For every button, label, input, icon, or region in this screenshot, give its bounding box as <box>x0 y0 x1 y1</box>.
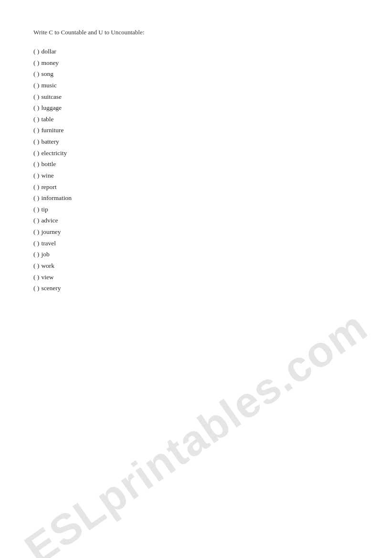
list-item: ( )dollar <box>33 46 359 57</box>
list-item: ( )table <box>33 114 359 125</box>
word-label: bottle <box>41 158 56 170</box>
word-label: song <box>41 68 53 80</box>
list-item: ( )job <box>33 249 359 260</box>
answer-bracket[interactable]: ( ) <box>33 102 39 114</box>
list-item: ( )work <box>33 260 359 272</box>
list-item: ( )money <box>33 57 359 69</box>
word-label: music <box>41 80 56 91</box>
word-label: luggage <box>41 102 62 114</box>
answer-bracket[interactable]: ( ) <box>33 283 39 294</box>
answer-bracket[interactable]: ( ) <box>33 170 39 181</box>
list-item: ( )music <box>33 80 359 91</box>
word-label: dollar <box>41 46 56 57</box>
word-label: wine <box>41 170 53 181</box>
answer-bracket[interactable]: ( ) <box>33 46 39 57</box>
list-item: ( )report <box>33 181 359 193</box>
word-label: job <box>41 249 49 260</box>
word-label: table <box>41 114 53 125</box>
word-list: ( )dollar( )money( )song( )music( )suitc… <box>33 46 359 294</box>
list-item: ( )view <box>33 272 359 283</box>
word-label: information <box>41 192 72 204</box>
answer-bracket[interactable]: ( ) <box>33 125 39 136</box>
answer-bracket[interactable]: ( ) <box>33 272 39 283</box>
list-item: ( )bottle <box>33 158 359 170</box>
list-item: ( )luggage <box>33 102 359 114</box>
answer-bracket[interactable]: ( ) <box>33 192 39 204</box>
list-item: ( )advice <box>33 215 359 226</box>
list-item: ( )furniture <box>33 125 359 136</box>
answer-bracket[interactable]: ( ) <box>33 80 39 91</box>
list-item: ( )scenery <box>33 283 359 294</box>
page: Write C to Countable and U to Uncountabl… <box>0 0 392 558</box>
word-label: tip <box>41 204 48 215</box>
word-label: furniture <box>41 125 64 136</box>
answer-bracket[interactable]: ( ) <box>33 158 39 170</box>
word-label: work <box>41 260 54 272</box>
answer-bracket[interactable]: ( ) <box>33 147 39 159</box>
word-label: advice <box>41 215 58 226</box>
list-item: ( )song <box>33 68 359 80</box>
answer-bracket[interactable]: ( ) <box>33 91 39 103</box>
word-label: journey <box>41 226 61 238</box>
answer-bracket[interactable]: ( ) <box>33 260 39 272</box>
word-label: battery <box>41 136 59 147</box>
word-label: travel <box>41 238 56 249</box>
list-item: ( )tip <box>33 204 359 215</box>
list-item: ( )wine <box>33 170 359 181</box>
word-label: report <box>41 181 56 193</box>
answer-bracket[interactable]: ( ) <box>33 204 39 215</box>
word-label: scenery <box>41 283 61 294</box>
answer-bracket[interactable]: ( ) <box>33 249 39 260</box>
word-label: electricity <box>41 147 67 159</box>
answer-bracket[interactable]: ( ) <box>33 181 39 193</box>
word-label: money <box>41 57 59 69</box>
answer-bracket[interactable]: ( ) <box>33 114 39 125</box>
answer-bracket[interactable]: ( ) <box>33 136 39 147</box>
list-item: ( )information <box>33 192 359 204</box>
list-item: ( )battery <box>33 136 359 147</box>
answer-bracket[interactable]: ( ) <box>33 68 39 80</box>
list-item: ( )electricity <box>33 147 359 159</box>
list-item: ( )travel <box>33 238 359 249</box>
watermark: ESLprintables.com <box>16 302 376 558</box>
list-item: ( )journey <box>33 226 359 238</box>
instruction-text: Write C to Countable and U to Uncountabl… <box>33 29 359 36</box>
word-label: suitcase <box>41 91 62 103</box>
answer-bracket[interactable]: ( ) <box>33 215 39 226</box>
word-label: view <box>41 272 53 283</box>
answer-bracket[interactable]: ( ) <box>33 226 39 238</box>
answer-bracket[interactable]: ( ) <box>33 57 39 69</box>
list-item: ( )suitcase <box>33 91 359 103</box>
answer-bracket[interactable]: ( ) <box>33 238 39 249</box>
